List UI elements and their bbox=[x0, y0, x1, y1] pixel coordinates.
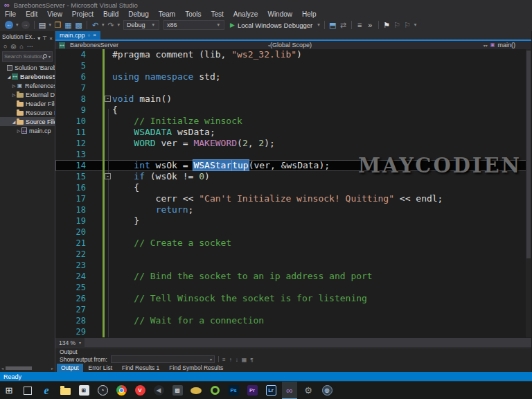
prev-message-icon[interactable]: ↑ bbox=[229, 357, 232, 363]
code-line[interactable]: 27 bbox=[55, 304, 531, 315]
photos-app-icon[interactable]: ▨ bbox=[170, 382, 185, 399]
chevron-down-icon[interactable]: ▾ bbox=[16, 22, 19, 28]
code-line[interactable]: 16 { bbox=[55, 182, 531, 193]
scrollbar-thumb[interactable] bbox=[6, 366, 32, 370]
tree-item-source-file[interactable]: ◢Source File bbox=[0, 117, 55, 126]
photoshop-icon[interactable]: Ps bbox=[226, 382, 241, 399]
code-line[interactable]: 20 bbox=[55, 227, 531, 238]
output-source-dropdown[interactable]: ▾ bbox=[111, 355, 215, 363]
search-options-caret-icon[interactable]: ▾ bbox=[48, 54, 51, 59]
save-icon[interactable]: ▦ bbox=[63, 20, 73, 30]
collapsed-arrow-icon[interactable]: ▷ bbox=[11, 92, 17, 97]
tree-item-main-cp[interactable]: ▷++main.cp bbox=[0, 126, 55, 135]
code-line[interactable]: 10 // Initialze winsock bbox=[55, 116, 531, 127]
panel-tab-find-symbol-results[interactable]: Find Symbol Results bbox=[165, 364, 227, 372]
menu-file[interactable]: File bbox=[0, 10, 21, 18]
sidebar-horizontal-scrollbar[interactable]: ◂ ▸ bbox=[0, 364, 55, 372]
media-app-icon[interactable]: ◀ bbox=[151, 382, 166, 399]
menu-debug[interactable]: Debug bbox=[123, 10, 153, 18]
collapsed-arrow-icon[interactable]: ▷ bbox=[11, 83, 17, 88]
edge-icon[interactable]: e bbox=[39, 382, 54, 399]
code-line[interactable]: 14 int wsOk = WSAStartup(ver, &wsData); bbox=[55, 160, 531, 171]
code-line[interactable]: 17 cerr << "Can't Initialize winsock! Qu… bbox=[55, 193, 531, 204]
visual-studio-icon[interactable]: ∞ bbox=[282, 382, 297, 399]
panel-tab-find-results-1[interactable]: Find Results 1 bbox=[118, 364, 163, 372]
start-debug-button[interactable]: ▶Local Windows Debugger bbox=[227, 21, 316, 29]
code-line[interactable]: 21 // Create a socket bbox=[55, 238, 531, 249]
pin-icon[interactable]: ⊤ bbox=[42, 35, 47, 42]
zoom-level-dropdown[interactable]: 134 % ▾ bbox=[55, 338, 85, 347]
tree-item-resource-f[interactable]: Resource F bbox=[0, 108, 55, 117]
code-line[interactable]: 18 return; bbox=[55, 204, 531, 215]
menu-project[interactable]: Project bbox=[67, 10, 98, 18]
start-button[interactable]: ⊞ bbox=[1, 382, 17, 399]
panel-tab-output[interactable]: Output bbox=[57, 364, 83, 372]
code-line[interactable]: 15- if (wsOk != 0) bbox=[55, 171, 531, 182]
forward-icon[interactable]: ◎ bbox=[10, 43, 16, 50]
obs-icon[interactable]: ◔ bbox=[95, 382, 110, 399]
code-line[interactable]: 6using namespace std; bbox=[55, 71, 531, 82]
chrome-icon[interactable] bbox=[114, 382, 129, 399]
scroll-left-icon[interactable]: ◂ bbox=[1, 366, 3, 371]
toggle-wrap-icon[interactable]: ¶ bbox=[250, 357, 253, 363]
chevron-down-icon[interactable]: ▾ bbox=[49, 22, 52, 28]
chevron-down-icon[interactable]: ▾ bbox=[118, 22, 121, 28]
code-line[interactable]: 26 // Tell Winsock the socket is for lis… bbox=[55, 293, 531, 304]
tool-app-icon[interactable]: ⚙ bbox=[301, 382, 316, 399]
chevron-down-icon[interactable]: ▾ bbox=[414, 22, 417, 28]
tree-item-references[interactable]: ▷▣References bbox=[0, 81, 55, 90]
chevron-down-icon[interactable]: ▾ bbox=[102, 22, 105, 28]
code-line[interactable]: 28 // Wait for a connection bbox=[55, 315, 531, 326]
platform-dropdown[interactable]: x86▾ bbox=[163, 20, 224, 30]
tree-item-external-de[interactable]: ▷External De bbox=[0, 90, 55, 99]
nav-back-icon[interactable]: ← bbox=[5, 21, 13, 29]
editor-horizontal-scrollbar[interactable] bbox=[85, 338, 531, 347]
task-view-button[interactable] bbox=[20, 382, 35, 399]
tab-close-icon[interactable]: × bbox=[93, 33, 96, 38]
store-icon[interactable]: ⊞ bbox=[76, 382, 91, 399]
code-line[interactable]: 5 bbox=[55, 60, 531, 71]
window-menu-caret-icon[interactable]: ▾ bbox=[37, 35, 40, 42]
scroll-right-icon[interactable]: ▸ bbox=[51, 366, 53, 371]
back-icon[interactable]: ○ bbox=[3, 43, 7, 50]
lightroom-icon[interactable]: Lr bbox=[263, 382, 278, 399]
code-line[interactable]: 7 bbox=[55, 82, 531, 94]
menu-build[interactable]: Build bbox=[98, 10, 123, 18]
code-line[interactable]: 29 bbox=[55, 326, 531, 337]
fold-toggle-icon[interactable]: - bbox=[105, 96, 111, 102]
home-icon[interactable]: ⌂ bbox=[19, 43, 23, 50]
attach-process-icon[interactable]: ⇄ bbox=[338, 20, 348, 30]
next-message-icon[interactable]: ↓ bbox=[236, 357, 238, 363]
save-all-icon[interactable]: ▩ bbox=[73, 20, 84, 30]
bookmark-icon[interactable]: ⚑ bbox=[382, 20, 392, 30]
prev-bookmark-icon[interactable]: ⚐ bbox=[392, 20, 402, 30]
redo-icon[interactable]: ↷ bbox=[106, 20, 116, 30]
clear-output-icon[interactable]: ▦ bbox=[242, 357, 247, 363]
project-scope-dropdown[interactable]: ++ BarebonesServer ▾ bbox=[59, 42, 270, 48]
tab-pin-icon[interactable]: ○ bbox=[88, 33, 91, 37]
more-icon[interactable]: ⋯ bbox=[27, 43, 33, 50]
code-line[interactable]: 19 } bbox=[55, 215, 531, 227]
nav-forward-icon[interactable]: → bbox=[21, 21, 30, 29]
lens-app-icon[interactable] bbox=[188, 382, 204, 399]
next-bookmark-icon[interactable]: ⚐ bbox=[402, 20, 413, 30]
code-line[interactable]: 13 bbox=[55, 149, 531, 160]
tree-item-header-file[interactable]: Header File bbox=[0, 99, 55, 108]
expanded-arrow-icon[interactable]: ◢ bbox=[6, 74, 12, 79]
green-app-icon[interactable] bbox=[207, 382, 222, 399]
solution-search-box[interactable]: ▾ bbox=[2, 51, 53, 62]
member-dropdown[interactable]: ▾ ▣ main() bbox=[486, 42, 528, 48]
tab-main-cpp[interactable]: main.cpp ○ × bbox=[55, 31, 100, 39]
collapsed-arrow-icon[interactable]: ▷ bbox=[16, 128, 21, 133]
scrollbar-thumb[interactable] bbox=[526, 51, 531, 258]
menu-analyze[interactable]: Analyze bbox=[229, 10, 263, 18]
code-line[interactable]: 25 bbox=[55, 282, 531, 293]
menu-help[interactable]: Help bbox=[297, 10, 321, 18]
vivaldi-icon[interactable]: V bbox=[132, 382, 148, 399]
menu-window[interactable]: Window bbox=[263, 10, 297, 18]
editor-vertical-scrollbar[interactable] bbox=[526, 49, 531, 337]
tree-item-barebonesser[interactable]: ◢++BarebonesSer bbox=[0, 72, 55, 81]
menu-team[interactable]: Team bbox=[154, 10, 180, 18]
code-editor[interactable]: MAYCODIEN 4#pragma comment (lib, "ws2_32… bbox=[55, 49, 531, 338]
code-line[interactable]: 12 WORD ver = MAKEWORD(2, 2); bbox=[55, 138, 531, 149]
